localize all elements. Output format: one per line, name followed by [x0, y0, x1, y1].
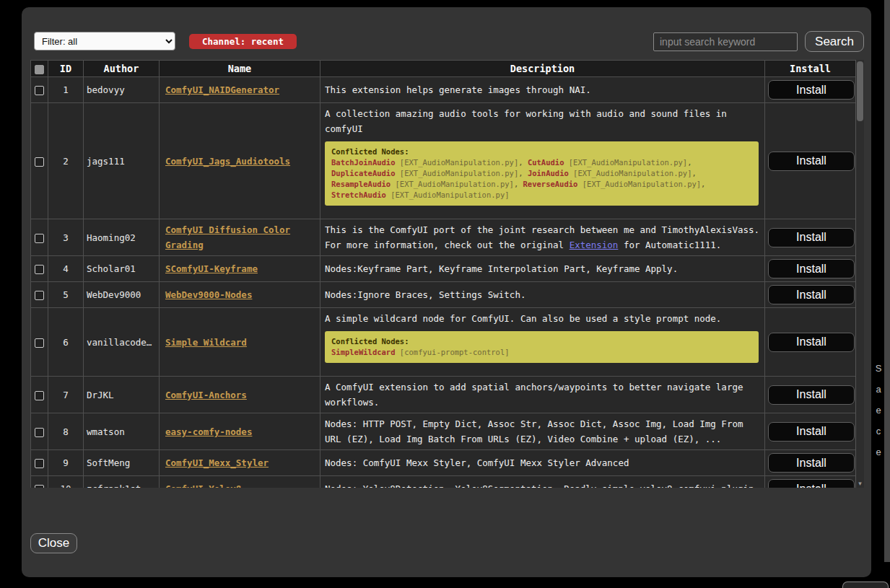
description-link[interactable]: Extension — [570, 240, 619, 250]
row-author: jags111 — [84, 103, 160, 219]
row-id: 4 — [48, 256, 84, 282]
install-button[interactable]: Install — [768, 422, 855, 442]
description-text: Nodes: ComfyUI Mexx Styler, ComfyUI Mexx… — [325, 455, 760, 470]
install-button[interactable]: Install — [768, 479, 855, 488]
row-name-cell: SComfyUI-Keyframe — [160, 256, 320, 282]
row-checkbox[interactable] — [35, 234, 44, 243]
row-description: This is the ComfyUI port of the joint re… — [320, 219, 765, 256]
conflict-node-source: [EXT_AudioManipulation.py] — [396, 180, 514, 188]
install-button[interactable]: Install — [768, 152, 855, 171]
row-author: SoftMeng — [84, 450, 160, 476]
conflict-node-source: [EXT_AudioManipulation.py] — [573, 169, 692, 177]
search-button[interactable]: Search — [805, 31, 864, 52]
conflict-node-source: [EXT_AudioManipulation.py] — [391, 190, 509, 199]
table-row: 7DrJKLComfyUI-AnchorsA ComfyUI extension… — [31, 377, 856, 413]
table-row: 6vanillacode314Simple WildcardA simple w… — [31, 308, 856, 377]
select-all-checkbox[interactable] — [35, 65, 44, 74]
conflict-node-source: [EXT_AudioManipulation.py] — [400, 158, 518, 167]
row-checkbox[interactable] — [35, 428, 44, 437]
table-row: 9SoftMengComfyUI_Mexx_StylerNodes: Comfy… — [31, 450, 856, 476]
description-text: Nodes:Keyframe Part, Keyframe Interpolat… — [325, 261, 760, 276]
install-button[interactable]: Install — [768, 80, 855, 100]
conflict-node-name: JoinAudio — [528, 169, 569, 177]
table-row: 1bedovyyComfyUI_NAIDGeneratorThis extens… — [31, 77, 856, 103]
row-checkbox[interactable] — [35, 291, 44, 300]
row-select-cell — [31, 450, 48, 476]
table-header-row: ID Author Name Description Install — [31, 61, 856, 77]
install-button[interactable]: Install — [768, 228, 855, 247]
page-scrollbar[interactable] — [884, 0, 890, 562]
scrollbar-down-arrow-icon[interactable]: ▾ — [856, 480, 864, 487]
row-select-cell — [31, 77, 48, 103]
description-text: A ComfyUI extension to add spatial ancho… — [325, 379, 760, 410]
col-header-name: Name — [160, 61, 320, 77]
conflict-node-name: ResampleAudio — [331, 180, 391, 188]
scrollbar-thumb[interactable] — [857, 61, 863, 121]
row-author: Haoming02 — [84, 219, 160, 256]
edge-letter: a — [873, 379, 884, 400]
row-checkbox[interactable] — [35, 459, 44, 468]
row-install-cell: Install — [765, 256, 856, 282]
row-name-cell: ComfyUI_Mexx_Styler — [160, 450, 320, 476]
description-text: Nodes:Ignore Braces, Settings Switch. — [325, 287, 760, 302]
extension-name-link[interactable]: ComfyUI_Mexx_Styler — [165, 457, 269, 468]
extension-name-link[interactable]: WebDev9000-Nodes — [165, 289, 252, 300]
conflict-node-name: BatchJoinAudio — [331, 158, 396, 167]
edge-letter: c — [873, 421, 884, 442]
install-button[interactable]: Install — [768, 453, 855, 473]
col-header-install: Install — [765, 61, 856, 77]
row-install-cell: Install — [765, 413, 856, 450]
row-name-cell: Simple Wildcard — [160, 308, 320, 377]
row-checkbox[interactable] — [35, 338, 44, 348]
extension-name-link[interactable]: ComfyUI-Anchors — [165, 390, 247, 400]
row-checkbox[interactable] — [35, 485, 44, 488]
row-id: 6 — [48, 308, 84, 377]
conflict-node-name: StretchAudio — [331, 190, 386, 199]
row-id: 8 — [48, 413, 84, 450]
install-custom-nodes-dialog: Filter: all Channel: recent Search ID Au… — [22, 7, 871, 577]
edge-letter: e — [873, 442, 884, 462]
filter-select[interactable]: Filter: all — [34, 32, 175, 51]
row-select-cell — [31, 413, 48, 450]
table-body: 1bedovyyComfyUI_NAIDGeneratorThis extens… — [31, 77, 856, 488]
conflict-node-source: [EXT_AudioManipulation.py] — [583, 180, 701, 188]
row-checkbox[interactable] — [35, 391, 44, 400]
extension-name-link[interactable]: ComfyUI_Jags_Audiotools — [165, 156, 290, 167]
install-button[interactable]: Install — [768, 385, 855, 405]
description-text: A simple wildcard node for ComfyUI. Can … — [325, 311, 760, 326]
row-checkbox[interactable] — [35, 86, 44, 95]
description-text: A collection amazing audio tools for wor… — [325, 106, 760, 136]
row-select-cell — [31, 219, 48, 256]
extension-name-link[interactable]: SComfyUI-Keyframe — [165, 263, 258, 274]
extension-name-link[interactable]: ComfyUI_NAIDGenerator — [165, 84, 279, 95]
row-checkbox[interactable] — [35, 265, 44, 274]
edge-letter: e — [873, 400, 884, 421]
close-button[interactable]: Close — [30, 533, 77, 553]
install-button[interactable]: Install — [768, 333, 855, 352]
conflict-node-source: [EXT_AudioManipulation.py] — [569, 158, 687, 167]
row-author: DrJKL — [84, 377, 160, 413]
conflicted-nodes-box: Conflicted Nodes:SimpleWildcard [comfyui… — [325, 331, 759, 363]
extension-name-link[interactable]: ComfyUI Diffusion Color Grading — [165, 224, 290, 250]
conflict-node-source: [comfyui-prompt-control] — [400, 348, 510, 356]
col-header-id: ID — [48, 61, 84, 77]
extension-name-link[interactable]: Simple Wildcard — [165, 337, 247, 348]
conflict-node-name: CutAudio — [528, 158, 564, 167]
search-input[interactable] — [653, 32, 798, 51]
extension-name-link[interactable]: easy-comfy-nodes — [165, 426, 252, 437]
row-checkbox[interactable] — [35, 157, 44, 167]
table-scrollbar[interactable]: ▾ — [855, 60, 864, 488]
row-select-cell — [31, 377, 48, 413]
row-description: Nodes: ComfyUI Mexx Styler, ComfyUI Mexx… — [320, 450, 765, 476]
extension-name-link[interactable]: ComfyUI Yolov8 — [165, 483, 241, 488]
install-button[interactable]: Install — [768, 285, 855, 304]
row-select-cell — [31, 103, 48, 219]
install-button[interactable]: Install — [768, 259, 855, 278]
channel-badge: Channel: recent — [189, 34, 297, 49]
cutoff-corner-button[interactable] — [842, 582, 889, 588]
edge-letter: S — [873, 358, 884, 379]
row-description: Nodes:Keyframe Part, Keyframe Interpolat… — [320, 256, 765, 282]
row-select-cell — [31, 308, 48, 377]
col-header-description: Description — [320, 61, 765, 77]
conflict-node-name: ReverseAudio — [523, 180, 578, 188]
